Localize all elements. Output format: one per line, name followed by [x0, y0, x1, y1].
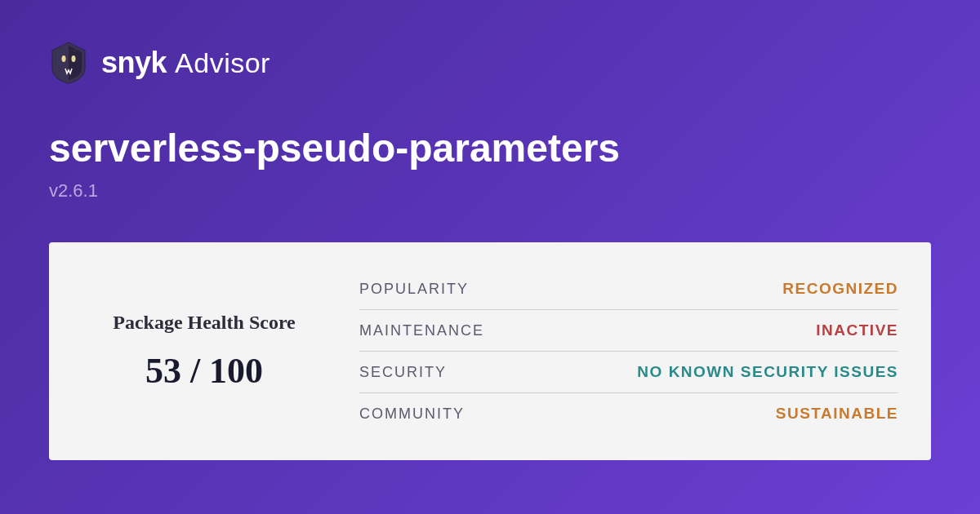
score-section: Package Health Score 53 / 100	[82, 268, 327, 434]
metric-label: COMMUNITY	[359, 405, 465, 423]
svg-point-1	[72, 55, 76, 62]
package-name: serverless-pseudo-parameters	[49, 126, 931, 171]
metric-value: RECOGNIZED	[782, 280, 898, 298]
svg-point-0	[62, 55, 66, 62]
metric-label: MAINTENANCE	[359, 322, 484, 339]
score-label: Package Health Score	[113, 312, 296, 334]
header: snyk Advisor	[49, 41, 931, 85]
package-version: v2.6.1	[49, 180, 931, 202]
metric-label: POPULARITY	[359, 281, 469, 298]
metric-value: NO KNOWN SECURITY ISSUES	[637, 363, 898, 381]
metric-value: SUSTAINABLE	[776, 405, 898, 423]
metric-row: POPULARITY RECOGNIZED	[359, 268, 898, 310]
brand: snyk Advisor	[101, 46, 270, 80]
metric-value: INACTIVE	[816, 321, 898, 339]
metric-row: COMMUNITY SUSTAINABLE	[359, 393, 898, 434]
metrics-section: POPULARITY RECOGNIZED MAINTENANCE INACTI…	[359, 268, 898, 434]
snyk-logo-icon	[49, 41, 88, 85]
score-value: 53 / 100	[145, 350, 263, 392]
metric-label: SECURITY	[359, 364, 447, 381]
brand-product: Advisor	[175, 47, 270, 79]
metric-row: SECURITY NO KNOWN SECURITY ISSUES	[359, 352, 898, 393]
metric-row: MAINTENANCE INACTIVE	[359, 310, 898, 352]
brand-name: snyk	[101, 46, 167, 80]
health-card: Package Health Score 53 / 100 POPULARITY…	[49, 242, 931, 460]
